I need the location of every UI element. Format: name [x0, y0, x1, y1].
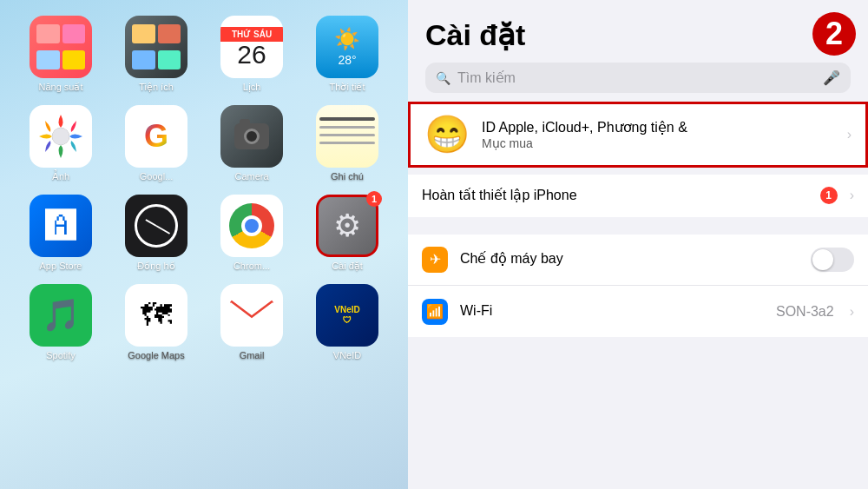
weather-temp: 28° — [338, 53, 356, 67]
cal-date: 26 — [237, 42, 266, 68]
app-icon-camera — [220, 105, 283, 168]
apple-id-text: ID Apple, iCloud+, Phương tiện & Mục mua — [482, 119, 835, 151]
cal-header: THỨ SÁU — [220, 27, 283, 42]
settings-title: Cài đặt — [425, 17, 851, 52]
app-label-spotify: Spotify — [46, 350, 76, 360]
apple-id-row[interactable]: 😁 ID Apple, iCloud+, Phương tiện & Mục m… — [408, 102, 868, 168]
settings-group-1: Hoàn tất thiết lập iPhone 1 › — [408, 175, 868, 217]
app-icon-googleMaps: 🗺 — [125, 284, 187, 347]
app-label-googl: Googl... — [140, 171, 174, 182]
app-label-tienIch: Tiện ích — [139, 82, 174, 93]
app-label-nangSuat: Năng suất — [38, 82, 82, 93]
note-line-3 — [319, 134, 375, 136]
setup-badge: 1 — [820, 187, 838, 204]
chevron-icon: › — [847, 127, 852, 142]
airplane-icon-container: ✈ — [422, 247, 448, 273]
airplane-label: Chế độ máy bay — [460, 251, 563, 266]
note-line-4 — [319, 142, 375, 144]
gear-icon: ⚙ — [333, 208, 361, 244]
app-item-gmail[interactable]: Gmail — [210, 284, 293, 360]
airplane-row[interactable]: ✈ Chế độ máy bay — [408, 235, 868, 286]
weather-icon: ☀️ — [334, 27, 360, 51]
app-item-appStore[interactable]: 🅰 App Store — [19, 195, 102, 272]
app-icon-vneid: VNeID🛡 — [316, 284, 378, 347]
app-icon-ghiChu — [316, 105, 378, 168]
camera-bump — [240, 119, 250, 124]
app-item-thoiTiet[interactable]: ☀️ 28° Thời tiết — [306, 16, 389, 93]
app-icon-anh — [30, 105, 92, 168]
app-item-googl[interactable]: G Googl... — [115, 105, 198, 182]
app-item-vneid[interactable]: VNeID🛡 VNeID — [306, 284, 389, 360]
setup-title: Hoàn tất thiết lập iPhone — [422, 188, 577, 202]
app-item-dongHo[interactable]: Đồng hồ — [115, 195, 198, 272]
setup-row[interactable]: Hoàn tất thiết lập iPhone 1 › — [408, 175, 868, 217]
app-item-googleMaps[interactable]: 🗺 Google Maps — [115, 284, 198, 360]
clock-hand-hour — [145, 219, 156, 227]
camera-body — [234, 123, 269, 149]
spotify-icon: 🎵 — [42, 297, 81, 334]
clock-hand-minute — [156, 225, 171, 235]
chrome-outer — [229, 203, 274, 248]
airplane-text: Chế độ máy bay — [460, 250, 799, 268]
app-item-camera[interactable]: Camera — [210, 105, 293, 182]
app-item-lich[interactable]: THỨ SÁU 26 Lịch — [210, 16, 293, 93]
app-item-anh[interactable]: Ảnh — [19, 105, 102, 182]
wifi-row[interactable]: 📶 Wi-Fi SON-3a2 › — [408, 287, 868, 337]
chevron-icon-wifi: › — [850, 304, 854, 320]
wifi-value: SON-3a2 — [776, 304, 834, 320]
app-label-gmail: Gmail — [240, 350, 265, 360]
appstore-icon: 🅰 — [45, 208, 76, 244]
apple-id-subtitle: Mục mua — [482, 136, 835, 150]
app-label-appStore: App Store — [40, 261, 82, 271]
app-label-thoiTiet: Thời tiết — [330, 82, 365, 93]
microphone-icon: 🎤 — [823, 69, 840, 86]
search-placeholder: Tìm kiếm — [457, 69, 816, 86]
step-badge: 2 — [812, 12, 856, 56]
airplane-toggle[interactable] — [811, 248, 854, 272]
app-item-caiDat[interactable]: ⚙ 1 Cài đặt — [306, 195, 389, 272]
vneid-icon: VNeID🛡 — [334, 305, 359, 326]
app-item-chrome[interactable]: Chrom... — [210, 195, 293, 272]
app-label-vneid: VNeID — [333, 350, 361, 360]
airplane-icon: ✈ — [430, 251, 441, 268]
app-icon-appStore: 🅰 — [30, 195, 92, 257]
app-label-camera: Camera — [234, 171, 268, 182]
right-panel: Cài đặt 🔍 Tìm kiếm 🎤 2 😁 ID Apple, iClou… — [408, 0, 868, 489]
app-label-caiDat: Cài đặt — [332, 261, 363, 272]
app-icon-lich: THỨ SÁU 26 — [220, 16, 283, 78]
setup-text: Hoàn tất thiết lập iPhone — [422, 187, 808, 205]
app-item-spotify[interactable]: 🎵 Spotify — [19, 284, 102, 360]
app-grid: Năng suất Tiện ích THỨ SÁU 26 Lịch ☀️ 28… — [9, 9, 399, 367]
app-label-dongHo: Đồng hồ — [137, 261, 174, 272]
clock-face — [135, 204, 178, 248]
app-label-lich: Lịch — [243, 82, 261, 93]
app-label-chrome: Chrom... — [233, 261, 270, 271]
app-icon-wrapper-caiDat: ⚙ 1 — [316, 195, 378, 257]
app-icon-dongHo — [125, 195, 187, 257]
app-icon-gmail — [220, 284, 283, 347]
maps-icon: 🗺 — [141, 297, 172, 334]
app-label-ghiChu: Ghi chú — [331, 171, 364, 182]
wifi-icon-container: 📶 — [422, 299, 448, 325]
app-item-nangSuat[interactable]: Năng suất — [19, 16, 102, 93]
app-icon-googl: G — [125, 105, 187, 168]
svg-point-1 — [52, 128, 69, 145]
chevron-icon-setup: › — [850, 188, 854, 203]
app-item-ghiChu[interactable]: Ghi chú — [306, 105, 389, 182]
settings-content: 😁 ID Apple, iCloud+, Phương tiện & Mục m… — [408, 102, 868, 489]
app-item-tienIch[interactable]: Tiện ích — [115, 16, 198, 93]
wifi-icon: 📶 — [426, 303, 444, 320]
app-icon-thoiTiet: ☀️ 28° — [316, 16, 378, 78]
app-label-googleMaps: Google Maps — [128, 350, 184, 360]
app-label-anh: Ảnh — [52, 171, 69, 182]
google-logo: G — [144, 118, 168, 155]
app-icon-chrome — [220, 195, 283, 257]
app-icon-nangSuat — [30, 16, 92, 78]
badge-caiDat: 1 — [366, 191, 382, 207]
settings-group-2: ✈ Chế độ máy bay 📶 Wi-Fi SON-3a2 › — [408, 235, 868, 337]
note-line-2 — [319, 126, 375, 129]
chrome-inner — [241, 215, 262, 236]
apple-id-avatar: 😁 — [424, 116, 470, 153]
search-bar[interactable]: 🔍 Tìm kiếm 🎤 — [425, 63, 851, 93]
search-icon: 🔍 — [436, 71, 450, 85]
